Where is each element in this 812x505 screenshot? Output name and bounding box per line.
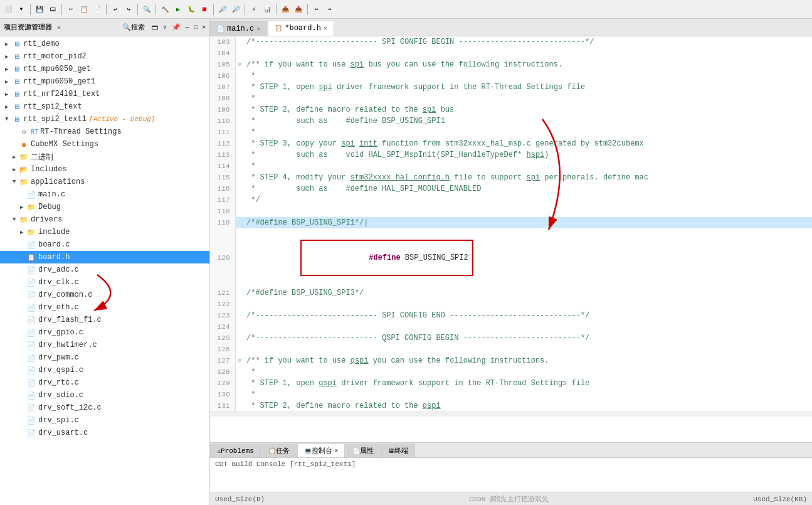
sidebar-item-drv-soft-i2c[interactable]: 📄 drv_soft_i2c.c [0,401,209,414]
sidebar-collapse-icon[interactable]: 🗃 [151,23,158,31]
sidebar-item-rtt-demo[interactable]: ▶ 🖥 rtt_demo [0,38,209,50]
sidebar-search-icon[interactable]: 🔍搜索 [122,23,145,32]
sidebar-item-include[interactable]: ▶ 📁 include [0,226,209,238]
sidebar-item-drv-common[interactable]: 📄 drv_common.c [0,289,209,301]
sidebar-close-icon[interactable]: ✕ [57,24,61,31]
tab-terminal[interactable]: 🖥 终端 [381,444,415,457]
sidebar-item-drv-gpio[interactable]: 📄 drv_gpio.c [0,326,209,339]
sidebar-item-board-h[interactable]: 📋 board.h [0,251,209,263]
horizontal-scrollbar[interactable] [210,412,812,417]
line-code[interactable]: * [244,366,812,378]
sidebar-item-drv-rtc[interactable]: 📄 drv_rtc.c [0,376,209,389]
tab-close-icon[interactable]: ✕ [256,25,260,33]
sidebar-item-drv-hwtimer[interactable]: 📄 drv_hwtimer.c [0,339,209,351]
line-code[interactable]: * such as void HAL_SPI_MspInit(SPI_Handl… [244,149,812,161]
toolbar-undo-icon[interactable]: ↩ [110,4,121,15]
line-code[interactable]: * STEP 4, modify your stm32xxxx_hal_conf… [244,172,812,183]
tab-console[interactable]: 💻 控制台 ✕ [297,444,345,457]
sidebar-menu-icon[interactable]: ▽ [163,24,166,31]
toolbar-copy-icon[interactable]: 📋 [78,4,90,15]
sidebar-item-binary[interactable]: ▶ 📁 二进制 [0,151,209,163]
tab-main-c[interactable]: 📄 main.c ✕ [210,21,267,36]
sidebar-item-rtt-motor-pid2[interactable]: ▶ 🖥 rtt_motor_pid2 [0,50,209,63]
line-code[interactable]: /*#define BSP_USING_SPI1*/| [244,217,812,228]
sidebar-item-cubemx-settings[interactable]: ◼ CubeMX Settings [0,138,209,151]
sidebar-item-drv-usart[interactable]: 📄 drv_usart.c [0,427,209,439]
toolbar-dropdown-icon[interactable]: ▼ [16,4,27,15]
line-code[interactable]: /** if you want to use qspi you can use … [244,355,812,366]
toolbar-new-icon[interactable]: ⬜ [3,4,14,15]
toolbar-zoomin-icon[interactable]: 🔎 [230,4,241,15]
toolbar-zoom-icon[interactable]: 🔎 [217,4,228,15]
line-code[interactable] [244,344,812,355]
sidebar-item-rtt-mpu6050-get[interactable]: ▶ 🖥 rtt_mpu6050_get [0,63,209,75]
code-editor[interactable]: 103 /*--------------------------- SPI CO… [210,36,812,442]
line-code[interactable]: */ [244,194,812,206]
line-code[interactable]: * STEP 3, copy your spi init function fr… [244,138,812,149]
line-code[interactable]: #define BSP_USING_SPI2 [244,228,812,287]
sidebar-item-drv-eth[interactable]: 📄 drv_eth.c [0,301,209,314]
sidebar-item-debug[interactable]: ▶ 📁 Debug [0,201,209,213]
line-code[interactable]: /*--------------------------- QSPI CONFI… [244,332,812,344]
toolbar-run-icon[interactable]: ▶ [172,4,184,15]
line-code[interactable]: * STEP 1, open spi driver framework supp… [244,82,812,93]
line-code[interactable]: * such as #define BSP_USING_SPI1 [244,115,812,127]
sidebar-item-rt-thread-settings[interactable]: ⚙ RT RT-Thread Settings [0,125,209,138]
line-code[interactable]: * [244,93,812,104]
line-code[interactable]: /*#define BSP_USING_SPI3*/ [244,287,812,299]
tab-console-close[interactable]: ✕ [335,447,338,454]
toolbar-cut-icon[interactable]: ✂ [65,4,76,15]
toolbar-chart-icon[interactable]: 📊 [261,4,273,15]
line-code[interactable]: /*--------------------------- SPI CONFIG… [244,310,812,321]
sidebar-item-rtt-mpu6050-get1[interactable]: ▶ 🖥 rtt_mpu6050_get1 [0,75,209,88]
sidebar-x-icon[interactable]: ✕ [203,24,206,31]
sidebar-item-drv-pwm[interactable]: 📄 drv_pwm.c [0,351,209,364]
tab-properties[interactable]: 📄 属性 [345,444,381,457]
sidebar-item-drv-adc[interactable]: 📄 drv_adc.c [0,263,209,276]
line-code[interactable]: * [244,389,812,400]
sidebar-item-rtt-nrf24l01[interactable]: ▶ 🖥 rtt_nrf24l01_text [0,88,209,100]
line-code[interactable] [244,321,812,332]
line-code[interactable]: * such as #define HAL_SPI_MODULE_ENABLED [244,183,812,194]
line-code[interactable] [244,206,812,217]
sidebar-item-board-c[interactable]: 📄 board.c [0,238,209,251]
line-code[interactable]: * [244,127,812,138]
toolbar-save-icon[interactable]: 💾 [34,4,45,15]
line-code[interactable]: * [244,70,812,82]
sidebar-pin-icon[interactable]: 📌 [172,23,181,31]
toolbar-save-all-icon[interactable]: 🗂 [47,4,58,15]
sidebar-item-includes[interactable]: ▶ 📂 Includes [0,163,209,176]
line-code[interactable]: * STEP 1, open qspi driver framework sup… [244,378,812,389]
toolbar-flash-icon[interactable]: ⚡ [248,4,260,15]
tab-board-h[interactable]: 📋 *board.h ✕ [268,21,334,36]
toolbar-back-icon[interactable]: ⬅ [311,4,322,15]
toolbar-import-icon[interactable]: 📥 [293,4,304,15]
line-code[interactable]: /** if you want to use spi bus you can u… [244,59,812,70]
toolbar-stop-icon[interactable]: ⏹ [199,4,210,15]
sidebar-item-drv-flash-f1[interactable]: 📄 drv_flash_f1.c [0,314,209,326]
line-code[interactable]: * STEP 2, define macro related to the sp… [244,104,812,115]
sidebar-item-main-c[interactable]: 📄 main.c [0,188,209,201]
toolbar-debug-icon[interactable]: 🐛 [186,4,197,15]
line-code[interactable]: * [244,161,812,172]
line-code[interactable]: * STEP 2, define macro related to the qs… [244,400,812,412]
sidebar-item-drv-sdio[interactable]: 📄 drv_sdio.c [0,389,209,401]
toolbar-paste-icon[interactable]: 📄 [92,4,103,15]
tab-tasks[interactable]: 📋 任务 [261,444,297,457]
sidebar-item-drv-clk[interactable]: 📄 drv_clk.c [0,276,209,289]
line-code[interactable]: /*--------------------------- SPI CONFIG… [244,36,812,48]
sidebar-item-applications[interactable]: ▼ 📁 applications [0,176,209,188]
sidebar-item-drv-spi[interactable]: 📄 drv_spi.c [0,414,209,427]
sidebar-min-icon[interactable]: — [186,24,189,31]
sidebar-item-rtt-spi2-text[interactable]: ▶ 🖥 rtt_spi2_text [0,100,209,113]
line-code[interactable] [244,299,812,310]
toolbar-export-icon[interactable]: 📤 [280,4,291,15]
tab-problems[interactable]: ⚠ Problems [210,444,261,457]
toolbar-build-icon[interactable]: 🔨 [159,4,171,15]
toolbar-forward-icon[interactable]: ➡ [324,4,335,15]
tab-close-icon[interactable]: ✕ [324,24,327,32]
sidebar-item-rtt-spi2-text1[interactable]: ▼ 🖥 rtt_spi2_text1 [Active - Debug] [0,113,209,125]
toolbar-search-icon[interactable]: 🔍 [141,4,152,15]
sidebar-item-drivers[interactable]: ▼ 📁 drivers [0,213,209,226]
sidebar-max-icon[interactable]: □ [194,24,197,31]
